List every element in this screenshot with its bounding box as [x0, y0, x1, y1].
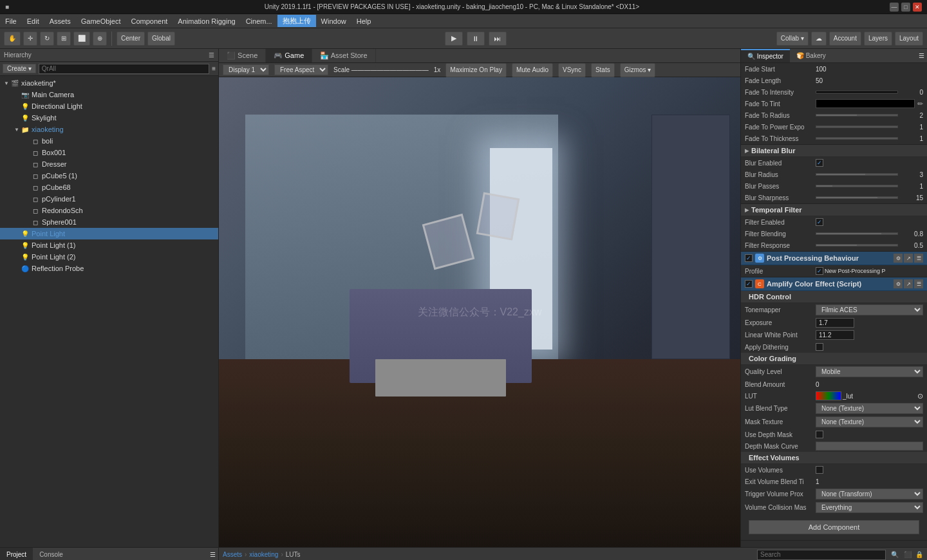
- hierarchy-item-redondosch[interactable]: ◻RedondoSch: [0, 205, 218, 216]
- menu-assets[interactable]: Assets: [44, 16, 76, 26]
- hierarchy-item-point-light-1[interactable]: 💡Point Light (1): [0, 239, 218, 251]
- cloud-btn[interactable]: ☁: [811, 32, 827, 46]
- hierarchy-item-directional-light[interactable]: 💡Directional Light: [0, 100, 218, 112]
- collab-btn[interactable]: Collab ▾: [776, 32, 809, 46]
- hierarchy-sort-btn[interactable]: ≡: [212, 65, 216, 72]
- layout-btn[interactable]: Layout: [895, 32, 923, 46]
- add-component-button[interactable]: Add Component: [749, 520, 919, 534]
- depth-mask-curve-preview[interactable]: [816, 442, 923, 451]
- vsync-btn[interactable]: VSync: [558, 63, 586, 77]
- aspect-select[interactable]: Free Aspect: [274, 64, 328, 75]
- trigger-volume-select[interactable]: None (Transform): [816, 489, 923, 499]
- hierarchy-item-xiaoketing*[interactable]: ▼🎬xiaoketing*: [0, 77, 218, 89]
- menu-animation-rigging[interactable]: Animation Rigging: [173, 16, 240, 26]
- tab-inspector[interactable]: 🔍 Inspector: [741, 49, 790, 62]
- fade-tint-color[interactable]: [816, 99, 915, 108]
- global-btn[interactable]: Global: [147, 32, 175, 46]
- step-button[interactable]: ⏭: [489, 32, 507, 46]
- menu-file[interactable]: File: [0, 16, 22, 26]
- center-btn[interactable]: Center: [117, 32, 145, 46]
- asset-search-btn[interactable]: 🔍: [891, 551, 899, 558]
- hand-tool-btn[interactable]: ✋: [4, 32, 21, 46]
- tab-scene[interactable]: ⬛ Scene: [219, 49, 266, 62]
- linear-white-field[interactable]: [816, 330, 854, 340]
- exposure-field[interactable]: [816, 318, 854, 328]
- hierarchy-item-dresser[interactable]: ◻Dresser: [0, 158, 218, 170]
- tab-game[interactable]: 🎮 Game: [266, 49, 312, 62]
- asset-path-assets[interactable]: Assets: [223, 551, 242, 558]
- transform-tool-btn[interactable]: ⊕: [93, 32, 107, 46]
- pp-enable-checkbox[interactable]: [745, 254, 753, 262]
- menu-window[interactable]: Window: [316, 16, 351, 26]
- quality-level-select[interactable]: Mobile: [816, 366, 923, 377]
- blur-enabled-checkbox[interactable]: [816, 159, 823, 167]
- hierarchy-search[interactable]: [39, 64, 209, 74]
- hierarchy-item-pcylinder1[interactable]: ◻pCylinder1: [0, 193, 218, 205]
- amplify-enable-checkbox[interactable]: [745, 280, 753, 288]
- hdr-header[interactable]: HDR Control: [741, 291, 927, 303]
- menu-upload[interactable]: 抱抱上传: [277, 15, 316, 27]
- lut-pick-btn[interactable]: ⊙: [917, 392, 923, 400]
- maximize-on-play-btn[interactable]: Maximize On Play: [445, 63, 507, 77]
- tonemapper-select[interactable]: Filmic ACES: [816, 304, 923, 315]
- hierarchy-menu-btn[interactable]: ☰: [209, 51, 214, 59]
- account-btn[interactable]: Account: [829, 32, 861, 46]
- menu-cinem[interactable]: Cinem...: [241, 16, 277, 26]
- asset-view-btn[interactable]: ⬛: [904, 551, 912, 558]
- hierarchy-item-point-light[interactable]: 💡Point Light: [0, 228, 218, 239]
- hierarchy-item-xiaoketing[interactable]: ▼📁xiaoketing: [0, 124, 218, 135]
- pause-button[interactable]: ⏸: [467, 32, 485, 46]
- color-grading-header[interactable]: Color Grading: [741, 353, 927, 365]
- hierarchy-item-box001[interactable]: ◻Box001: [0, 147, 218, 158]
- use-volumes-checkbox[interactable]: [816, 466, 823, 474]
- move-tool-btn[interactable]: ✛: [23, 32, 37, 46]
- display-select[interactable]: Display 1: [223, 64, 269, 75]
- temporal-filter-header[interactable]: ▶ Temporal Filter: [741, 204, 927, 216]
- use-depth-mask-checkbox[interactable]: [816, 431, 823, 438]
- rotate-tool-btn[interactable]: ↻: [40, 32, 54, 46]
- tab-asset-store[interactable]: 🏪 Asset Store: [312, 49, 375, 62]
- maximize-button[interactable]: □: [901, 3, 910, 12]
- mask-texture-select[interactable]: None (Texture): [816, 416, 923, 427]
- filter-enabled-checkbox[interactable]: [816, 218, 823, 226]
- scale-tool-btn[interactable]: ⊞: [57, 32, 71, 46]
- pp-menu-btn[interactable]: ☰: [914, 254, 923, 263]
- close-button[interactable]: ✕: [913, 3, 922, 12]
- hierarchy-item-main-camera[interactable]: 📷Main Camera: [0, 89, 218, 100]
- hierarchy-item-boli[interactable]: ◻boli: [0, 135, 218, 147]
- fade-tint-picker-btn[interactable]: ✏: [917, 100, 923, 108]
- rect-tool-btn[interactable]: ⬜: [73, 32, 90, 46]
- lut-blend-type-select[interactable]: None (Texture): [816, 403, 923, 414]
- hierarchy-item-sphere001[interactable]: ◻Sphere001: [0, 216, 218, 228]
- bilateral-blur-header[interactable]: ▶ Bilateral Blur: [741, 145, 927, 157]
- hierarchy-item-reflection-probe[interactable]: 🔵Reflection Probe: [0, 263, 218, 274]
- gizmos-btn[interactable]: Gizmos ▾: [620, 63, 656, 77]
- tab-console[interactable]: Console: [33, 548, 70, 560]
- amplify-ref-btn[interactable]: ↗: [904, 279, 913, 288]
- menu-gameobject[interactable]: GameObject: [76, 16, 126, 26]
- pp-ref-btn[interactable]: ↗: [904, 254, 913, 263]
- asset-lock-btn[interactable]: 🔒: [915, 551, 923, 558]
- stats-btn[interactable]: Stats: [591, 63, 615, 77]
- mute-audio-btn[interactable]: Mute Audio: [512, 63, 553, 77]
- layers-btn[interactable]: Layers: [864, 32, 892, 46]
- profile-checkbox[interactable]: [816, 267, 823, 275]
- project-menu-btn[interactable]: ☰: [207, 551, 218, 558]
- play-button[interactable]: ▶: [445, 32, 463, 46]
- hierarchy-create-btn[interactable]: Create ▾: [3, 64, 36, 73]
- asset-path-xiaoketing[interactable]: xiaoketing: [249, 551, 278, 558]
- hierarchy-item-pcube5-1[interactable]: ◻pCube5 (1): [0, 170, 218, 182]
- menu-edit[interactable]: Edit: [22, 16, 44, 26]
- amplify-settings-btn[interactable]: ⚙: [894, 279, 903, 288]
- apply-dithering-checkbox[interactable]: [816, 343, 823, 351]
- volume-collision-select[interactable]: Everything: [816, 502, 923, 513]
- menu-component[interactable]: Component: [126, 16, 173, 26]
- minimize-button[interactable]: —: [890, 3, 899, 12]
- tab-project[interactable]: Project: [0, 548, 33, 560]
- pp-settings-btn[interactable]: ⚙: [894, 254, 903, 263]
- amplify-menu-btn[interactable]: ☰: [914, 279, 923, 288]
- hierarchy-item-skylight[interactable]: 💡Skylight: [0, 112, 218, 124]
- inspector-menu-btn[interactable]: ☰: [916, 52, 927, 59]
- hierarchy-item-point-light-2[interactable]: 💡Point Light (2): [0, 251, 218, 263]
- menu-help[interactable]: Help: [351, 16, 377, 26]
